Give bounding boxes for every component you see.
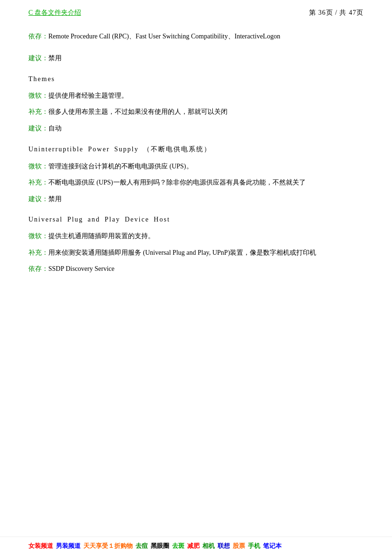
main-content: 依存：Remote Procedure Call (RPC)、Fast User… [0, 22, 392, 295]
themes-supplement-text: 补充：很多人使用布景主题，不过如果没有使用的人，那就可以关闭 [28, 107, 364, 117]
upnp-dependency-value: SSDP Discovery Service [48, 265, 114, 272]
upnp-supplement-label: 补充： [28, 249, 48, 256]
themes-supplement-label: 补充： [28, 108, 48, 115]
upnp-title: Universal Plug and Play Device Host [28, 216, 364, 223]
footer-link-nanzhuang[interactable]: 男装频道 [56, 542, 81, 550]
footer-links: 女装频道 男装频道 天天享受１折购物 去痘 黑眼圈 去斑 减肥 相机 联想 股票… [28, 542, 364, 550]
footer-link-shouji[interactable]: 手机 [248, 542, 260, 550]
themes-supplement-value: 很多人使用布景主题，不过如果没有使用的人，那就可以关闭 [48, 108, 228, 115]
dependency-value: Remote Procedure Call (RPC)、Fast User Sw… [48, 33, 280, 40]
upnp-section: Universal Plug and Play Device Host 微软：提… [28, 216, 364, 274]
dependency-label: 依存： [28, 33, 48, 40]
upnp-ms-label: 微软： [28, 232, 48, 240]
ups-advice-value: 禁用 [48, 195, 62, 203]
dependency-block: 依存：Remote Procedure Call (RPC)、Fast User… [28, 31, 364, 42]
ups-title: Uninterruptible Power Supply （不断电供电系统） [28, 145, 364, 154]
footer-link-nvzhuang[interactable]: 女装频道 [28, 542, 53, 550]
upnp-supplement-text: 补充：用来侦测安装通用随插即用服务 (Universal Plug and Pl… [28, 248, 364, 258]
upnp-ms-text: 微软：提供主机通用随插即用装置的支持。 [28, 231, 364, 241]
themes-advice-text: 建议：自动 [28, 123, 364, 134]
footer-link-quban[interactable]: 去斑 [172, 542, 184, 550]
themes-advice-label: 建议： [28, 125, 48, 132]
footer-link-gupiao[interactable]: 股票 [233, 542, 245, 550]
advice1-label: 建议： [28, 55, 48, 62]
ups-advice-label: 建议： [28, 195, 48, 203]
ups-section: Uninterruptible Power Supply （不断电供电系统） 微… [28, 145, 364, 204]
advice1-block: 建议：禁用 [28, 53, 364, 64]
footer: 女装频道 男装频道 天天享受１折购物 去痘 黑眼圈 去斑 减肥 相机 联想 股票… [0, 536, 392, 555]
ups-advice-text: 建议：禁用 [28, 194, 364, 204]
dependency-text: 依存：Remote Procedure Call (RPC)、Fast User… [28, 31, 364, 42]
advice1-text: 建议：禁用 [28, 53, 364, 64]
upnp-supplement-value: 用来侦测安装通用随插即用服务 (Universal Plug and Play,… [48, 249, 316, 256]
ups-supplement-label: 补充： [28, 179, 48, 186]
ups-supplement-text: 补充：不断电电源供应 (UPS)一般人有用到吗？除非你的电源供应器有具备此功能，… [28, 177, 364, 188]
upnp-ms-value: 提供主机通用随插即用装置的支持。 [48, 232, 155, 240]
themes-ms-label: 微软： [28, 92, 48, 99]
page-number: 第 36页 / 共 47页 [309, 9, 364, 17]
footer-link-qudou[interactable]: 去痘 [136, 542, 148, 550]
upnp-dependency-label: 依存： [28, 265, 48, 272]
themes-section: Themes 微软：提供使用者经验主题管理。 补充：很多人使用布景主题，不过如果… [28, 75, 364, 134]
themes-title: Themes [28, 75, 364, 83]
ups-supplement-value: 不断电电源供应 (UPS)一般人有用到吗？除非你的电源供应器有具备此功能，不然就… [48, 179, 306, 186]
themes-ms-text: 微软：提供使用者经验主题管理。 [28, 91, 364, 101]
ups-ms-text: 微软：管理连接到这台计算机的不断电电源供应 (UPS)。 [28, 161, 364, 172]
footer-link-xiangji[interactable]: 相机 [202, 542, 215, 550]
advice1-value: 禁用 [48, 55, 62, 62]
ups-ms-label: 微软： [28, 163, 48, 170]
footer-link-lianxiang[interactable]: 联想 [218, 542, 230, 550]
footer-link-bijiben[interactable]: 笔记本 [263, 542, 282, 550]
footer-link-jianfei[interactable]: 减肥 [187, 542, 200, 550]
themes-ms-value: 提供使用者经验主题管理。 [48, 92, 128, 99]
themes-advice-value: 自动 [48, 125, 62, 132]
page-header: C 盘各文件夹介绍 第 36页 / 共 47页 [0, 0, 392, 22]
document-title: C 盘各文件夹介绍 [28, 9, 81, 17]
ups-ms-value: 管理连接到这台计算机的不断电电源供应 (UPS)。 [48, 163, 193, 170]
footer-link-heiyanjuan[interactable]: 黑眼圈 [151, 542, 169, 550]
footer-link-purchase[interactable]: 天天享受１折购物 [83, 542, 133, 550]
upnp-dependency-text: 依存：SSDP Discovery Service [28, 264, 364, 274]
